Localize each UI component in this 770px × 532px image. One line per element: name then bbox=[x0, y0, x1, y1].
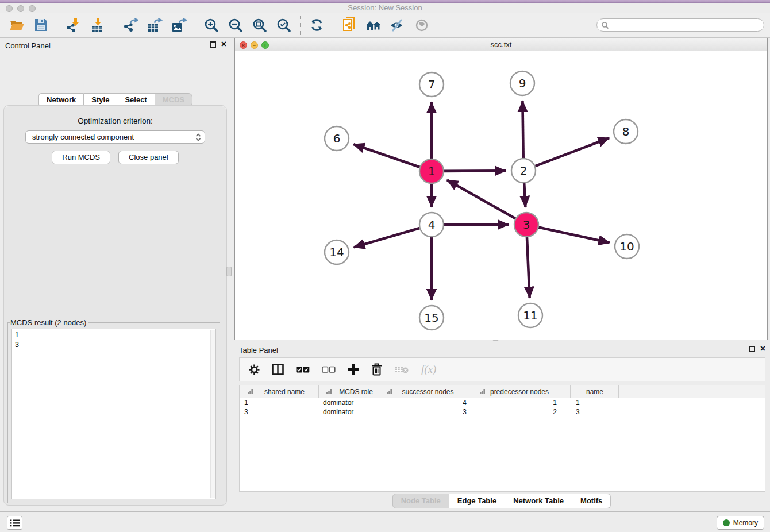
cell-successor-nodes[interactable]: 4 bbox=[383, 398, 476, 407]
graph-edge-3-10[interactable] bbox=[537, 227, 610, 242]
graph-edge-2-3[interactable] bbox=[524, 182, 525, 207]
graph-edge-4-14[interactable] bbox=[354, 228, 421, 247]
run-mcds-button[interactable]: Run MCDS bbox=[52, 151, 110, 164]
deselect-all-icon[interactable] bbox=[322, 366, 336, 373]
tab-edge-table[interactable]: Edge Table bbox=[449, 494, 505, 508]
settings-gear-icon[interactable] bbox=[249, 364, 260, 375]
cell-successor-nodes[interactable]: 3 bbox=[383, 407, 476, 417]
close-panel-icon[interactable]: × bbox=[221, 41, 226, 48]
stepper-chevrons-icon bbox=[195, 133, 201, 145]
sort-icon bbox=[479, 388, 486, 395]
search-icon bbox=[601, 21, 609, 29]
cell-name[interactable]: 1 bbox=[571, 398, 619, 407]
graph-node-label-4: 4 bbox=[428, 218, 436, 232]
cell-predecessor-nodes[interactable]: 1 bbox=[476, 398, 571, 407]
cell-shared-name[interactable]: 1 bbox=[240, 398, 319, 407]
splitter-handle[interactable] bbox=[226, 267, 232, 276]
graph-node-label-8: 8 bbox=[622, 125, 630, 138]
column-header-mcds-role[interactable]: MCDS role bbox=[319, 385, 383, 398]
select-all-icon[interactable] bbox=[296, 366, 310, 373]
graph-node-label-10: 10 bbox=[619, 240, 634, 253]
zoom-selected-button[interactable] bbox=[272, 14, 296, 36]
optimization-criterion-label: Optimization criterion: bbox=[4, 117, 226, 125]
memory-status-icon bbox=[723, 519, 730, 526]
delete-table-icon[interactable] bbox=[394, 365, 409, 374]
table-row[interactable]: 1 dominator 4 1 1 bbox=[240, 398, 765, 407]
table-header-row: shared name MCDS role successor nodes pr… bbox=[240, 385, 765, 398]
graph-edge-2-9[interactable] bbox=[522, 101, 523, 160]
zoom-in-button[interactable] bbox=[199, 14, 224, 36]
task-history-button[interactable] bbox=[7, 516, 22, 530]
hide-selected-button[interactable] bbox=[386, 14, 410, 36]
toolbar-separator bbox=[333, 16, 333, 35]
graph-node-label-15: 15 bbox=[424, 311, 438, 325]
window-titlebar: Session: New Session bbox=[0, 0, 770, 13]
first-neighbors-button[interactable] bbox=[361, 14, 386, 36]
import-table-button[interactable] bbox=[86, 14, 110, 36]
zoom-fit-icon bbox=[252, 18, 267, 33]
column-header-shared-name[interactable]: shared name bbox=[240, 385, 319, 398]
cell-name[interactable]: 3 bbox=[571, 407, 619, 417]
network-graph[interactable]: 7968124314101511 bbox=[235, 51, 767, 340]
function-builder-icon[interactable]: f(x) bbox=[421, 363, 436, 376]
search-input[interactable] bbox=[609, 20, 764, 30]
cell-mcds-role[interactable]: dominator bbox=[319, 407, 383, 417]
control-panel: Control Panel × Network Style Select MCD… bbox=[0, 38, 231, 511]
network-canvas[interactable]: 7968124314101511 bbox=[235, 51, 767, 340]
criterion-dropdown[interactable]: strongly connected component bbox=[25, 130, 205, 144]
cell-mcds-role[interactable]: dominator bbox=[319, 398, 383, 407]
cell-predecessor-nodes[interactable]: 2 bbox=[476, 407, 571, 417]
graph-edge-2-8[interactable] bbox=[534, 138, 609, 167]
zoom-out-button[interactable] bbox=[224, 14, 248, 36]
table-row[interactable]: 3 dominator 3 2 3 bbox=[240, 407, 765, 417]
result-line: 3 bbox=[15, 340, 209, 350]
mcds-result-list[interactable]: 1 3 bbox=[11, 329, 216, 499]
network-window-titlebar[interactable]: × − + scc.txt bbox=[235, 38, 767, 51]
tab-node-table[interactable]: Node Table bbox=[392, 494, 449, 508]
column-header-name[interactable]: name bbox=[571, 385, 619, 398]
open-session-button[interactable] bbox=[5, 14, 29, 36]
clone-network-icon bbox=[342, 17, 357, 33]
save-session-button[interactable] bbox=[29, 14, 53, 36]
result-line: 1 bbox=[15, 330, 209, 340]
close-panel-icon[interactable]: × bbox=[760, 345, 765, 352]
zoom-fit-button[interactable] bbox=[248, 14, 272, 36]
sort-icon bbox=[247, 388, 253, 395]
eye-slash-icon bbox=[390, 19, 406, 32]
export-network-button[interactable] bbox=[118, 14, 143, 36]
scrollbar[interactable] bbox=[210, 330, 215, 498]
criterion-value: strongly connected component bbox=[32, 133, 134, 141]
export-table-button[interactable] bbox=[143, 14, 167, 36]
graph-edge-3-11[interactable] bbox=[527, 236, 530, 298]
add-column-icon[interactable] bbox=[348, 364, 359, 375]
refresh-icon bbox=[310, 18, 324, 32]
float-panel-icon[interactable] bbox=[749, 346, 755, 352]
mcds-result-group: MCDS result (2 nodes) 1 3 bbox=[7, 318, 220, 503]
export-image-button[interactable] bbox=[167, 14, 191, 36]
graph-edge-1-6[interactable] bbox=[353, 144, 421, 168]
cell-shared-name[interactable]: 3 bbox=[240, 407, 319, 417]
graph-node-label-3: 3 bbox=[523, 218, 530, 232]
float-panel-icon[interactable] bbox=[210, 41, 216, 48]
node-table: shared name MCDS role successor nodes pr… bbox=[239, 385, 765, 492]
graph-edge-1-2[interactable] bbox=[442, 171, 506, 171]
refresh-layout-button[interactable] bbox=[305, 14, 329, 36]
tab-motifs[interactable]: Motifs bbox=[572, 494, 611, 508]
graph-edge-3-1[interactable] bbox=[447, 180, 517, 219]
zoom-out-icon bbox=[228, 18, 243, 33]
close-panel-button[interactable]: Close panel bbox=[118, 151, 179, 164]
mcds-result-title: MCDS result (2 nodes) bbox=[10, 318, 88, 327]
control-panel-title: Control Panel bbox=[5, 41, 51, 50]
column-header-predecessor-nodes[interactable]: predecessor nodes bbox=[476, 385, 571, 398]
column-header-successor-nodes[interactable]: successor nodes bbox=[383, 385, 476, 398]
show-all-button[interactable] bbox=[410, 14, 434, 36]
column-selector-icon[interactable] bbox=[272, 364, 284, 375]
clone-network-button[interactable] bbox=[337, 14, 361, 36]
window-title: Session: New Session bbox=[0, 3, 770, 13]
tab-network-table[interactable]: Network Table bbox=[505, 494, 572, 508]
memory-button[interactable]: Memory bbox=[717, 516, 764, 530]
import-network-button[interactable] bbox=[61, 14, 86, 36]
delete-column-icon[interactable] bbox=[371, 363, 382, 376]
zoom-in-icon bbox=[204, 18, 219, 33]
search-box bbox=[596, 18, 764, 32]
